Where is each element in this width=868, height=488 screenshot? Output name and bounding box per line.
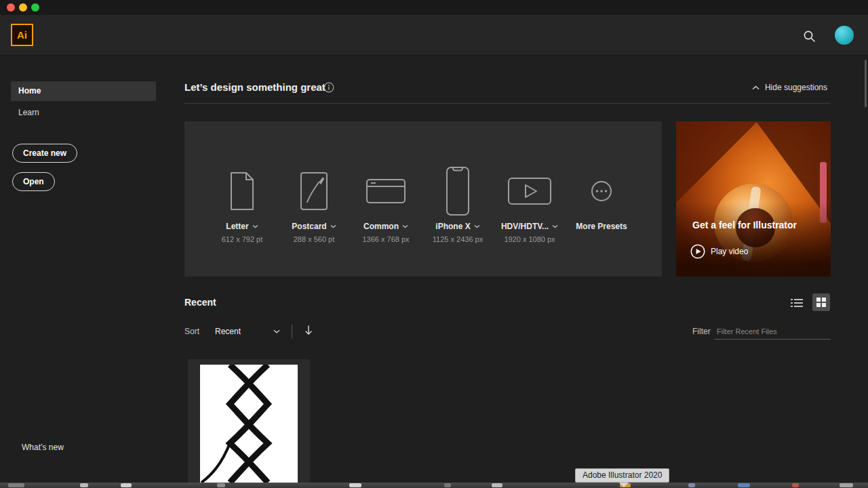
play-icon [690,244,705,259]
open-label: Open [23,177,44,186]
hide-suggestions-label: Hide suggestions [765,83,827,92]
dock-icon-top [217,483,225,487]
sidebar-item-home[interactable]: Home [11,81,156,101]
preset-hdv-hdtv-size: 1920 x 1080 px [504,235,555,243]
create-new-label: Create new [23,148,66,158]
dock-icon-top [792,483,799,487]
zoom-window-button[interactable] [31,3,39,12]
preset-common[interactable]: Common 1366 x 768 px [350,121,422,277]
promo-gradient-overlay [676,202,831,277]
preset-iphone-x-size: 1125 x 2436 px [433,235,483,243]
macos-dock-sliver [0,483,868,488]
close-window-button[interactable] [7,3,15,12]
chevron-down-icon [552,224,558,228]
list-view-toggle[interactable] [789,296,805,310]
dock-icon-top [349,483,361,487]
play-video-button[interactable]: Play video [690,244,748,259]
postcard-brush-icon [299,163,329,219]
phone-icon [446,163,470,219]
document-icon [226,163,258,219]
create-new-button[interactable]: Create new [12,144,77,163]
sidebar-item-learn-label: Learn [18,108,39,117]
filter-label: Filter [692,327,711,336]
dock-tooltip: Adobe Illustrator 2020 [575,468,669,483]
preset-hdv-hdtv[interactable]: HDV/HDTV... 1920 x 1080 px [494,121,566,277]
preset-postcard-label: Postcard [292,222,326,231]
macos-titlebar [0,0,868,15]
info-icon [323,82,334,93]
dock-icon-top [121,483,132,487]
app-header: Ai [0,15,868,56]
preset-common-size: 1366 x 768 px [362,235,409,243]
browser-window-icon [366,163,406,219]
sort-direction-button[interactable] [304,325,313,336]
sort-label: Sort [184,327,199,336]
dock-icon-top [444,483,451,487]
list-view-icon [791,298,803,308]
chevron-up-icon [752,85,760,90]
dock-icon-top [840,483,853,487]
preset-postcard-size: 288 x 560 pt [294,235,335,243]
account-avatar[interactable] [835,26,854,45]
preset-iphone-x[interactable]: iPhone X 1125 x 2436 px [422,121,494,277]
filter-recent-files-input[interactable] [714,323,831,340]
more-presets-button[interactable]: More Presets [566,121,637,277]
grid-view-icon [816,298,826,307]
dock-icon-top [738,483,750,487]
ellipsis-circle-icon [591,163,612,219]
preset-letter[interactable]: Letter 612 x 792 pt [206,121,278,277]
sidebar-item-home-label: Home [18,86,41,96]
recent-file-card[interactable] [188,359,310,488]
recent-file-thumbnail [200,365,298,484]
info-button[interactable] [323,82,334,93]
play-video-label: Play video [711,247,748,256]
chevron-down-icon [273,329,280,333]
hide-suggestions-toggle[interactable]: Hide suggestions [752,83,827,92]
whats-new-link[interactable]: What’s new [22,443,64,452]
arrow-down-icon [304,325,313,336]
section-divider [184,103,830,104]
video-play-icon [507,163,552,219]
dock-icon-top [492,483,502,487]
search-icon [803,30,816,43]
more-presets-label: More Presets [576,222,627,231]
sidebar-item-learn[interactable]: Learn [11,103,156,123]
recent-section-title: Recent [184,297,216,308]
preset-postcard[interactable]: Postcard 288 x 560 pt [278,121,350,277]
preset-letter-size: 612 x 792 pt [222,235,263,243]
preset-hdv-hdtv-label: HDV/HDTV... [501,222,549,231]
sort-dropdown[interactable]: Recent [215,327,280,336]
illustrator-logo: Ai [11,24,33,46]
page-title: Let’s design something great [184,81,326,93]
preset-iphone-x-label: iPhone X [435,222,470,231]
sort-divider [292,325,292,338]
preset-letter-label: Letter [226,222,248,231]
promo-title: Get a feel for Illustrator [692,220,797,230]
sort-dropdown-value: Recent [215,327,241,336]
chevron-down-icon [402,224,408,228]
promo-card[interactable]: Get a feel for Illustrator Play video [676,121,831,277]
dock-icon-top [688,483,695,487]
open-button[interactable]: Open [12,172,55,191]
preset-common-label: Common [363,222,399,231]
illustrator-logo-text: Ai [17,29,27,41]
dock-tooltip-arrow [619,483,629,487]
grid-view-toggle[interactable] [812,293,830,311]
presets-panel: Letter 612 x 792 pt Postcard 288 x 560 p… [184,121,662,277]
minimize-window-button[interactable] [19,3,27,12]
chevron-down-icon [330,224,336,228]
chevron-down-icon [474,224,480,228]
dock-icon-top [80,483,88,487]
chevron-down-icon [252,224,258,228]
search-button[interactable] [800,27,818,45]
scrollbar-thumb[interactable] [865,60,867,107]
dock-icon-top [8,483,24,487]
